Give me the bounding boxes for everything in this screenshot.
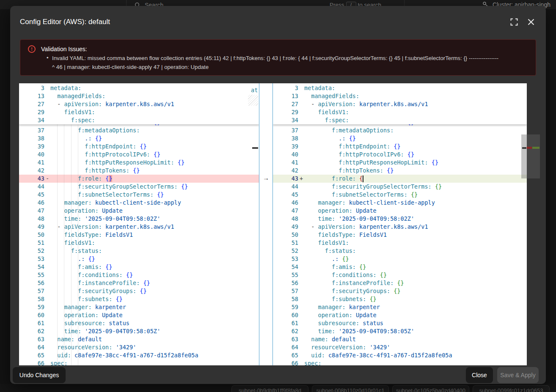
code-line-47: 47 operation: Update [19, 207, 259, 215]
scrollbar-cursor-mark [522, 147, 526, 149]
original-pane[interactable]: 36 f:amiSelectorTerms: {}37 f:metadataOp… [19, 83, 259, 365]
code-line-57: 57 f:securityGroups: {} [273, 287, 527, 295]
code-line-55: 55 f:conditions: {} [19, 271, 259, 279]
overview-removed-mark [527, 147, 532, 149]
code-line-45: 45 f:subnetSelectorTerms: {} [19, 191, 259, 199]
code-line-64: 64 resourceVersion: '3429' [273, 343, 527, 351]
dialog-title: Config Editor (AWS): default [20, 18, 110, 26]
diff-editor: 36 f:amiSelectorTerms: {}37 f:metadataOp… [19, 83, 527, 365]
scrollbar-slider[interactable] [521, 134, 527, 178]
code-line-39: 39 f:httpEndpoint: {} [19, 143, 259, 151]
alert-icon: ! [28, 45, 36, 53]
code-line-38: 38 .: {} [273, 134, 527, 143]
validation-message-line2: ^ 46 | manager: kubectl-client-side-appl… [52, 64, 209, 70]
code-line-27: 27 - apiVersion: karpenter.k8s.aws/v1 [19, 100, 259, 108]
save-apply-button[interactable]: Save & Apply [497, 367, 539, 383]
code-line-39: 39 f:httpEndpoint: {} [273, 143, 527, 151]
sticky-scroll-original: 3metadata:13 managedFields:27 - apiVersi… [19, 83, 259, 124]
config-editor-dialog: Config Editor (AWS): default ! Validatio… [10, 6, 546, 384]
indent-guide [71, 118, 72, 365]
code-line-48: 48 time: '2025-09-04T09:58:02Z' [19, 215, 259, 223]
code-line-52: 52 f:status: [273, 247, 527, 255]
fullscreen-button[interactable] [510, 18, 520, 27]
code-line-46: 46 manager: kubectl-client-side-apply [273, 199, 527, 207]
original-code: 36 f:amiSelectorTerms: {}37 f:metadataOp… [19, 118, 259, 365]
indent-guide [64, 118, 64, 365]
code-line-43: 43- f:role: {} [19, 175, 259, 183]
close-button-x[interactable] [527, 18, 537, 27]
undo-changes-button[interactable]: Undo Changes [13, 367, 66, 383]
code-line-57: 57 f:securityGroups: {} [19, 287, 259, 295]
code-line-34: 34 f:spec: [273, 116, 527, 124]
code-line-3: 3metadata: [19, 84, 259, 92]
code-line-58: 58 f:subnets: {} [273, 295, 527, 303]
code-line-53: 53 .: {} [273, 255, 527, 263]
diff-sash[interactable]: → [259, 83, 273, 365]
subnet-chip: subnet-008b110z0d10r01c1 [312, 385, 389, 392]
code-line-46: 46 manager: kubectl-client-side-apply [19, 199, 259, 207]
code-line-50: 50 fieldsType: FieldsV1 [19, 231, 259, 239]
code-line-48: 48 time: '2025-09-04T09:58:02Z' [273, 215, 527, 223]
code-line-40: 40 f:httpProtocolIPv6: {} [19, 151, 259, 159]
code-line-59: 59 manager: karpenter [273, 303, 527, 311]
code-line-44: 44 f:securityGroupSelectorTerms: {} [273, 183, 527, 191]
fullscreen-icon [510, 18, 518, 26]
code-line-29: 29 fieldsV1: [273, 108, 527, 116]
code-line-53: 53 .: {} [19, 255, 259, 263]
close-button[interactable]: Close [466, 367, 493, 383]
code-line-42: 42 f:httpTokens: {} [19, 167, 259, 175]
code-line-61: 61 subresource: status [19, 319, 259, 327]
code-line-60: 60 operation: Update [273, 311, 527, 319]
overview-inserted-mark [532, 147, 539, 149]
code-line-51: 51 fieldsV1: [19, 239, 259, 247]
modified-pane[interactable]: 36 f:amiSelectorTerms: {}37 f:metadataOp… [273, 83, 527, 365]
sticky-scroll-modified: 3metadata:13 managedFields:27 - apiVersi… [273, 83, 527, 124]
code-line-61: 61 subresource: status [273, 319, 527, 327]
code-line-54: 54 f:amis: {} [273, 263, 527, 271]
modified-code: 36 f:amiSelectorTerms: {}37 f:metadataOp… [273, 118, 527, 365]
close-icon [527, 18, 535, 26]
validation-banner: ! Validation Issues: • Invalid YAML: mis… [20, 39, 536, 76]
code-line-56: 56 f:instanceProfile: {} [19, 279, 259, 287]
code-line-62: 62 time: '2025-09-04T09:58:05Z' [273, 327, 527, 335]
code-line-29: 29 fieldsV1: [19, 108, 259, 116]
code-line-55: 55 f:conditions: {} [273, 271, 527, 279]
code-line-56: 56 f:instanceProfile: {} [273, 279, 527, 287]
code-line-13: 13 managedFields: [19, 92, 259, 100]
code-line-13: 13 managedFields: [273, 92, 527, 100]
code-line-49: 49 - apiVersion: karpenter.k8s.aws/v1 [19, 223, 259, 231]
code-line-3: 3metadata: [273, 84, 527, 92]
code-line-41: 41 f:httpPutResponseHopLimit: {} [19, 159, 259, 167]
validation-title: Validation Issues: [41, 46, 87, 52]
original-overview-mark [252, 147, 258, 149]
code-line-49: 49 - apiVersion: karpenter.k8s.aws/v1 [273, 223, 527, 231]
code-line-45: 45 f:subnetSelectorTerms: {} [273, 191, 527, 199]
code-line-37: 37 f:metadataOptions: [273, 126, 527, 134]
code-line-41: 41 f:httpPutResponseHopLimit: {} [273, 159, 527, 167]
code-line-42: 42 f:httpTokens: {} [273, 167, 527, 175]
code-line-63: 63 name: default [19, 335, 259, 343]
subnet-chip: subnet-0099fc01z1dr0653 [473, 385, 550, 392]
revert-change-arrow-icon[interactable]: → [259, 174, 272, 181]
code-line-27: 27 - apiVersion: karpenter.k8s.aws/v1 [273, 100, 527, 108]
code-line-63: 63 name: default [273, 335, 527, 343]
collapsed-region-hatch [248, 95, 258, 106]
text-caret [363, 175, 363, 182]
code-line-58: 58 f:subnets: {} [19, 295, 259, 303]
overview-ruler[interactable] [527, 134, 540, 178]
code-line-34: 34 f:spec: [19, 116, 259, 124]
code-line-52: 52 f:status: [19, 247, 259, 255]
code-line-66: 66spec: [273, 359, 527, 365]
code-line-62: 62 time: '2025-09-04T09:58:05Z' [19, 327, 259, 335]
validation-message-line1: Invalid YAML: missed comma between flow … [52, 55, 498, 61]
indent-guide [57, 118, 58, 365]
code-line-59: 59 manager: karpenter [19, 303, 259, 311]
code-line-65: 65 uid: c8afe97e-38cc-4f91-a767-d15f2a8f… [19, 351, 259, 359]
code-line-37: 37 f:metadataOptions: [19, 126, 259, 134]
code-line-54: 54 f:amis: {} [19, 263, 259, 271]
code-line-40: 40 f:httpProtocolIPv6: {} [273, 151, 527, 159]
code-line-66: 66spec: [19, 359, 259, 365]
code-line-60: 60 operation: Update [19, 311, 259, 319]
code-line-44: 44 f:securityGroupSelectorTerms: {} [19, 183, 259, 191]
clipped-text-fragment: at [251, 87, 258, 93]
